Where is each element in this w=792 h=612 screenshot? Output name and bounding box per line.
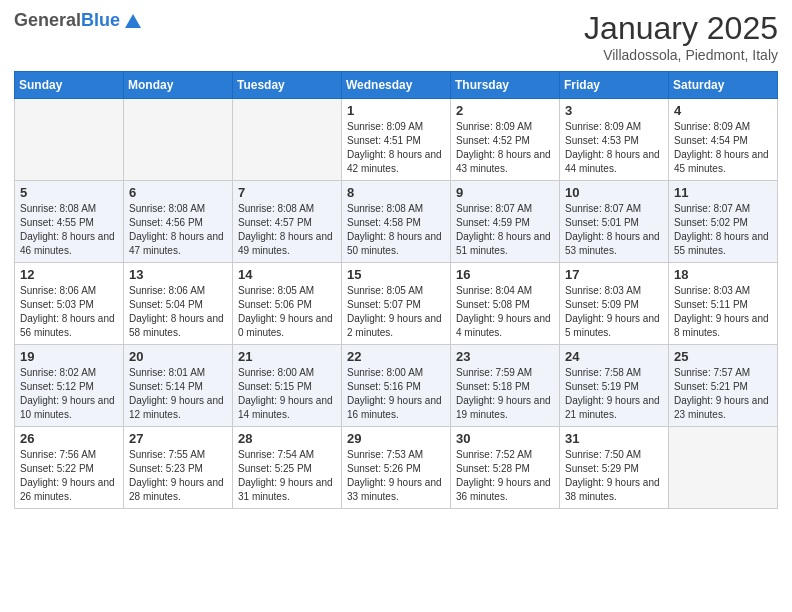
day-info: Sunrise: 8:09 AMSunset: 4:54 PMDaylight:… <box>674 120 772 176</box>
day-info: Sunrise: 8:08 AMSunset: 4:56 PMDaylight:… <box>129 202 227 258</box>
logo-general: General <box>14 10 81 30</box>
calendar-week-row: 19Sunrise: 8:02 AMSunset: 5:12 PMDayligh… <box>15 345 778 427</box>
calendar-week-row: 5Sunrise: 8:08 AMSunset: 4:55 PMDaylight… <box>15 181 778 263</box>
day-number: 9 <box>456 185 554 200</box>
logo-icon <box>124 12 142 30</box>
day-info: Sunrise: 8:07 AMSunset: 5:02 PMDaylight:… <box>674 202 772 258</box>
calendar-day: 5Sunrise: 8:08 AMSunset: 4:55 PMDaylight… <box>15 181 124 263</box>
day-number: 31 <box>565 431 663 446</box>
day-info: Sunrise: 8:08 AMSunset: 4:55 PMDaylight:… <box>20 202 118 258</box>
day-number: 17 <box>565 267 663 282</box>
calendar-empty <box>15 99 124 181</box>
day-number: 2 <box>456 103 554 118</box>
calendar-container: GeneralBlue January 2025 Villadossola, P… <box>0 0 792 523</box>
day-number: 19 <box>20 349 118 364</box>
calendar-week-row: 26Sunrise: 7:56 AMSunset: 5:22 PMDayligh… <box>15 427 778 509</box>
day-info: Sunrise: 7:52 AMSunset: 5:28 PMDaylight:… <box>456 448 554 504</box>
svg-marker-0 <box>125 14 141 28</box>
day-info: Sunrise: 7:55 AMSunset: 5:23 PMDaylight:… <box>129 448 227 504</box>
calendar-day: 18Sunrise: 8:03 AMSunset: 5:11 PMDayligh… <box>669 263 778 345</box>
day-info: Sunrise: 8:00 AMSunset: 5:16 PMDaylight:… <box>347 366 445 422</box>
calendar-day: 14Sunrise: 8:05 AMSunset: 5:06 PMDayligh… <box>233 263 342 345</box>
calendar-empty <box>233 99 342 181</box>
day-number: 21 <box>238 349 336 364</box>
day-number: 11 <box>674 185 772 200</box>
logo-blue: Blue <box>81 10 120 30</box>
day-header: Sunday <box>15 72 124 99</box>
day-info: Sunrise: 8:05 AMSunset: 5:07 PMDaylight:… <box>347 284 445 340</box>
calendar-day: 11Sunrise: 8:07 AMSunset: 5:02 PMDayligh… <box>669 181 778 263</box>
day-number: 10 <box>565 185 663 200</box>
location: Villadossola, Piedmont, Italy <box>584 47 778 63</box>
calendar-day: 30Sunrise: 7:52 AMSunset: 5:28 PMDayligh… <box>451 427 560 509</box>
calendar-day: 22Sunrise: 8:00 AMSunset: 5:16 PMDayligh… <box>342 345 451 427</box>
calendar-header-row: SundayMondayTuesdayWednesdayThursdayFrid… <box>15 72 778 99</box>
day-header: Friday <box>560 72 669 99</box>
day-header: Thursday <box>451 72 560 99</box>
day-info: Sunrise: 8:07 AMSunset: 4:59 PMDaylight:… <box>456 202 554 258</box>
calendar-day: 17Sunrise: 8:03 AMSunset: 5:09 PMDayligh… <box>560 263 669 345</box>
calendar-day: 6Sunrise: 8:08 AMSunset: 4:56 PMDaylight… <box>124 181 233 263</box>
day-number: 3 <box>565 103 663 118</box>
calendar-day: 21Sunrise: 8:00 AMSunset: 5:15 PMDayligh… <box>233 345 342 427</box>
day-number: 24 <box>565 349 663 364</box>
calendar-day: 1Sunrise: 8:09 AMSunset: 4:51 PMDaylight… <box>342 99 451 181</box>
day-number: 14 <box>238 267 336 282</box>
calendar-day: 26Sunrise: 7:56 AMSunset: 5:22 PMDayligh… <box>15 427 124 509</box>
day-number: 4 <box>674 103 772 118</box>
day-info: Sunrise: 7:50 AMSunset: 5:29 PMDaylight:… <box>565 448 663 504</box>
day-number: 7 <box>238 185 336 200</box>
day-number: 22 <box>347 349 445 364</box>
calendar-day: 7Sunrise: 8:08 AMSunset: 4:57 PMDaylight… <box>233 181 342 263</box>
day-header: Wednesday <box>342 72 451 99</box>
day-number: 20 <box>129 349 227 364</box>
calendar-empty <box>669 427 778 509</box>
day-info: Sunrise: 7:56 AMSunset: 5:22 PMDaylight:… <box>20 448 118 504</box>
calendar-empty <box>124 99 233 181</box>
calendar-table: SundayMondayTuesdayWednesdayThursdayFrid… <box>14 71 778 509</box>
header: GeneralBlue January 2025 Villadossola, P… <box>14 10 778 63</box>
calendar-day: 24Sunrise: 7:58 AMSunset: 5:19 PMDayligh… <box>560 345 669 427</box>
day-info: Sunrise: 8:06 AMSunset: 5:03 PMDaylight:… <box>20 284 118 340</box>
day-info: Sunrise: 7:57 AMSunset: 5:21 PMDaylight:… <box>674 366 772 422</box>
day-info: Sunrise: 8:07 AMSunset: 5:01 PMDaylight:… <box>565 202 663 258</box>
day-info: Sunrise: 7:59 AMSunset: 5:18 PMDaylight:… <box>456 366 554 422</box>
day-info: Sunrise: 7:53 AMSunset: 5:26 PMDaylight:… <box>347 448 445 504</box>
calendar-day: 12Sunrise: 8:06 AMSunset: 5:03 PMDayligh… <box>15 263 124 345</box>
calendar-day: 29Sunrise: 7:53 AMSunset: 5:26 PMDayligh… <box>342 427 451 509</box>
day-info: Sunrise: 8:08 AMSunset: 4:58 PMDaylight:… <box>347 202 445 258</box>
day-number: 27 <box>129 431 227 446</box>
calendar-day: 9Sunrise: 8:07 AMSunset: 4:59 PMDaylight… <box>451 181 560 263</box>
day-number: 30 <box>456 431 554 446</box>
day-header: Saturday <box>669 72 778 99</box>
day-number: 15 <box>347 267 445 282</box>
day-number: 6 <box>129 185 227 200</box>
calendar-day: 8Sunrise: 8:08 AMSunset: 4:58 PMDaylight… <box>342 181 451 263</box>
day-header: Tuesday <box>233 72 342 99</box>
day-info: Sunrise: 8:04 AMSunset: 5:08 PMDaylight:… <box>456 284 554 340</box>
day-number: 8 <box>347 185 445 200</box>
day-info: Sunrise: 7:54 AMSunset: 5:25 PMDaylight:… <box>238 448 336 504</box>
calendar-day: 28Sunrise: 7:54 AMSunset: 5:25 PMDayligh… <box>233 427 342 509</box>
day-number: 25 <box>674 349 772 364</box>
day-info: Sunrise: 8:09 AMSunset: 4:51 PMDaylight:… <box>347 120 445 176</box>
calendar-day: 19Sunrise: 8:02 AMSunset: 5:12 PMDayligh… <box>15 345 124 427</box>
calendar-day: 20Sunrise: 8:01 AMSunset: 5:14 PMDayligh… <box>124 345 233 427</box>
day-info: Sunrise: 8:09 AMSunset: 4:53 PMDaylight:… <box>565 120 663 176</box>
day-number: 28 <box>238 431 336 446</box>
calendar-day: 25Sunrise: 7:57 AMSunset: 5:21 PMDayligh… <box>669 345 778 427</box>
title-section: January 2025 Villadossola, Piedmont, Ita… <box>584 10 778 63</box>
day-number: 16 <box>456 267 554 282</box>
day-info: Sunrise: 8:03 AMSunset: 5:09 PMDaylight:… <box>565 284 663 340</box>
calendar-week-row: 12Sunrise: 8:06 AMSunset: 5:03 PMDayligh… <box>15 263 778 345</box>
calendar-day: 3Sunrise: 8:09 AMSunset: 4:53 PMDaylight… <box>560 99 669 181</box>
day-info: Sunrise: 8:01 AMSunset: 5:14 PMDaylight:… <box>129 366 227 422</box>
day-info: Sunrise: 8:06 AMSunset: 5:04 PMDaylight:… <box>129 284 227 340</box>
day-info: Sunrise: 8:03 AMSunset: 5:11 PMDaylight:… <box>674 284 772 340</box>
day-info: Sunrise: 8:00 AMSunset: 5:15 PMDaylight:… <box>238 366 336 422</box>
day-info: Sunrise: 8:02 AMSunset: 5:12 PMDaylight:… <box>20 366 118 422</box>
day-header: Monday <box>124 72 233 99</box>
day-number: 26 <box>20 431 118 446</box>
day-number: 5 <box>20 185 118 200</box>
day-number: 29 <box>347 431 445 446</box>
